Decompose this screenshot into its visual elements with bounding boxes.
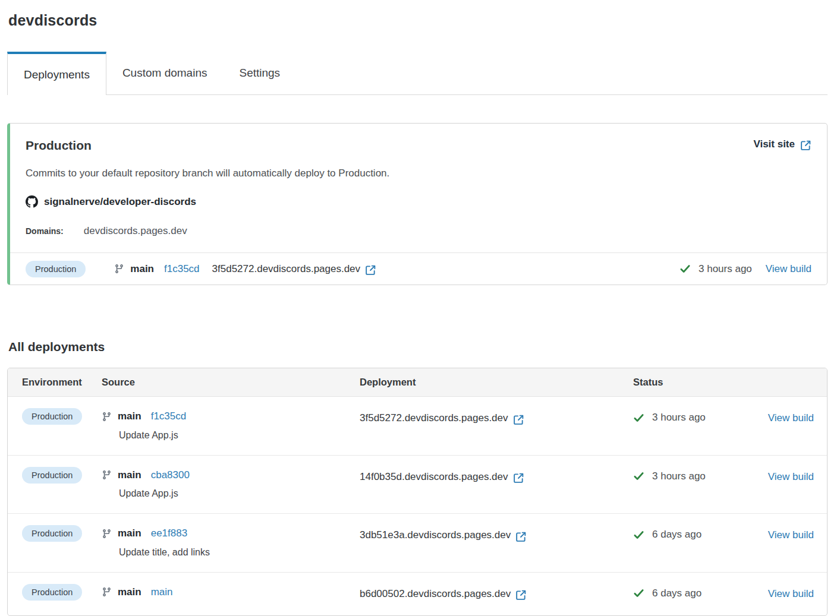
production-card: Production Visit site Commits to your de…: [7, 123, 828, 285]
deploy-time: 6 days ago: [652, 587, 701, 599]
status-cell: 3 hours ago: [633, 410, 763, 426]
deployment-cell: 3f5d5272.devdiscords.pages.dev: [360, 410, 633, 424]
environment-cell: Production: [22, 586, 102, 598]
tab-bar: Deployments Custom domains Settings: [7, 52, 828, 95]
commit-link[interactable]: main: [151, 586, 173, 598]
column-header-deployment: Deployment: [360, 377, 633, 388]
domains-label: Domains:: [26, 226, 64, 236]
production-description: Commits to your default repository branc…: [26, 168, 811, 179]
status-cell: 6 days ago: [633, 586, 763, 602]
domains-row: Domains: devdiscords.pages.dev: [26, 225, 811, 237]
domains-value: devdiscords.pages.dev: [84, 225, 187, 237]
deployment-url: 3f5d5272.devdiscords.pages.dev: [360, 412, 508, 424]
table-row: Production main main b6d00502.devdiscord…: [8, 572, 827, 616]
environment-badge: Production: [22, 584, 82, 601]
view-build-cell: View build: [763, 469, 814, 483]
view-build-link[interactable]: View build: [768, 471, 814, 482]
check-icon: [633, 470, 644, 482]
git-branch-icon: [102, 412, 112, 422]
status-cell: 6 days ago: [633, 527, 763, 543]
column-header-source: Source: [102, 377, 360, 388]
tab-deployments[interactable]: Deployments: [7, 52, 106, 95]
tab-custom-domains[interactable]: Custom domains: [106, 52, 224, 94]
github-logo-icon: [26, 195, 38, 208]
deployment-url: b6d00502.devdiscords.pages.dev: [360, 588, 511, 600]
status-group: 3 hours ago: [679, 263, 752, 275]
production-card-body: Production Visit site Commits to your de…: [10, 124, 827, 252]
table-row: Production main f1c35cd Update App.js 3f…: [8, 397, 827, 455]
deployments-table: Environment Source Deployment Status Pro…: [7, 368, 828, 616]
view-build-cell: View build: [763, 410, 814, 424]
external-link-icon[interactable]: [515, 589, 527, 601]
branch-name: main: [118, 410, 141, 422]
github-repo-link[interactable]: signalnerve/developer-discords: [26, 195, 196, 208]
view-build-cell: View build: [763, 586, 814, 600]
deployment-url: 3f5d5272.devdiscords.pages.dev: [212, 263, 361, 275]
column-header-environment: Environment: [22, 377, 102, 388]
deploy-time: 6 days ago: [652, 529, 701, 541]
commit-link[interactable]: cba8300: [151, 469, 190, 481]
view-build-link[interactable]: View build: [768, 412, 814, 424]
deployment-url-group: 3f5d5272.devdiscords.pages.dev: [212, 263, 377, 275]
deployment-cell: 3db51e3a.devdiscords.pages.dev: [360, 527, 633, 541]
view-build-link[interactable]: View build: [768, 529, 814, 541]
view-build-cell: View build: [763, 527, 814, 541]
deploy-time: 3 hours ago: [699, 263, 752, 275]
page-title: devdiscords: [8, 12, 828, 29]
commit-message: Update App.js: [119, 430, 360, 441]
git-branch-icon: [102, 529, 112, 539]
visit-site-link[interactable]: Visit site: [753, 138, 811, 150]
production-card-title: Production: [26, 138, 92, 153]
branch-name: main: [130, 263, 154, 275]
environment-badge: Production: [22, 525, 82, 542]
source-cell: main f1c35cd Update App.js: [102, 410, 360, 441]
latest-deployment-row: Production main f1c35cd 3f5d5272.devdisc…: [10, 252, 827, 285]
github-repo-name: signalnerve/developer-discords: [44, 196, 196, 208]
environment-badge: Production: [26, 261, 86, 277]
commit-link[interactable]: f1c35cd: [151, 410, 187, 422]
external-link-icon[interactable]: [515, 531, 527, 542]
deployment-url: 14f0b35d.devdiscords.pages.dev: [360, 471, 508, 483]
status-cell: 3 hours ago: [633, 469, 763, 485]
table-row: Production main cba8300 Update App.js 14…: [8, 455, 827, 514]
external-link-icon[interactable]: [365, 264, 376, 276]
commit-message: Update App.js: [119, 488, 360, 499]
tab-settings[interactable]: Settings: [223, 52, 296, 94]
commit-link[interactable]: f1c35cd: [164, 263, 200, 275]
source-cell: main main: [102, 586, 360, 600]
table-row: Production main ee1f883 Update title, ad…: [8, 513, 827, 572]
visit-site-label: Visit site: [753, 138, 795, 150]
environment-cell: Production: [22, 410, 102, 422]
check-icon: [633, 412, 644, 424]
commit-link[interactable]: ee1f883: [151, 527, 187, 539]
environment-cell: Production: [22, 469, 102, 481]
view-build-link[interactable]: View build: [768, 588, 814, 599]
external-link-icon[interactable]: [513, 472, 524, 484]
git-branch-icon: [114, 264, 124, 274]
environment-badge: Production: [22, 408, 82, 425]
check-icon: [633, 587, 644, 599]
check-icon: [679, 263, 691, 274]
source-cell: main ee1f883 Update title, add links: [102, 527, 360, 558]
branch-name: main: [118, 586, 141, 598]
view-build-link[interactable]: View build: [766, 263, 811, 275]
deployment-url: 3db51e3a.devdiscords.pages.dev: [360, 529, 511, 541]
environment-badge: Production: [22, 467, 82, 484]
table-header-row: Environment Source Deployment Status: [8, 368, 827, 397]
source-cell: main cba8300 Update App.js: [102, 469, 360, 500]
deployment-cell: b6d00502.devdiscords.pages.dev: [360, 586, 633, 600]
deploy-time: 3 hours ago: [652, 412, 706, 424]
environment-cell: Production: [22, 527, 102, 539]
git-branch-icon: [102, 470, 112, 480]
commit-message: Update title, add links: [119, 547, 360, 558]
deployment-cell: 14f0b35d.devdiscords.pages.dev: [360, 469, 633, 483]
branch-name: main: [118, 527, 141, 539]
page: devdiscords Deployments Custom domains S…: [0, 0, 840, 616]
source-group: main: [114, 263, 154, 275]
branch-name: main: [118, 469, 141, 481]
external-link-icon[interactable]: [513, 414, 524, 425]
all-deployments-title: All deployments: [8, 340, 828, 354]
external-link-icon: [800, 140, 811, 151]
deploy-time: 3 hours ago: [652, 470, 706, 482]
column-header-status: Status: [633, 377, 763, 388]
